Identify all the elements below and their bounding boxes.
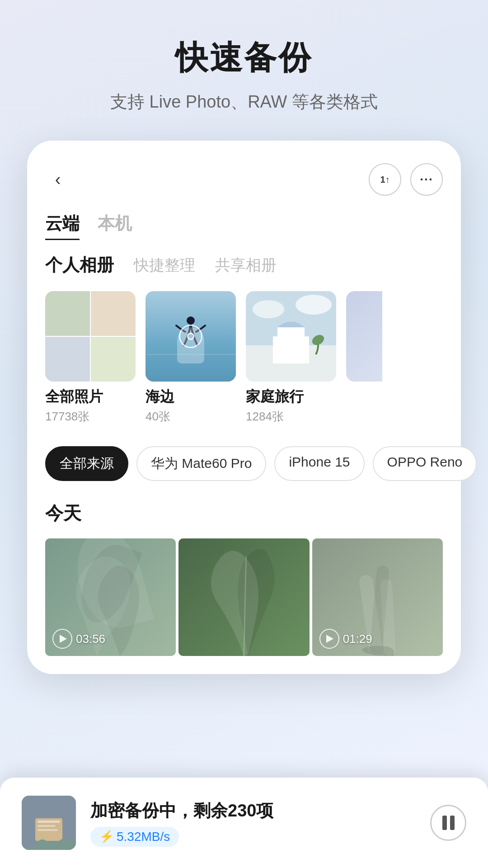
tab-shared-album[interactable]: 共享相册 (215, 255, 277, 276)
album-thumb-sea (145, 291, 236, 382)
tab-local[interactable]: 本机 (98, 212, 132, 240)
nav-right: 1↑ ··· (369, 163, 443, 196)
album-item-family-trip[interactable]: 家庭旅行 1284张 (246, 291, 336, 425)
nav-bar: ‹ 1↑ ··· (45, 163, 443, 196)
status-title: 加密备份中，剩余230项 (90, 799, 416, 822)
play-icon-3 (319, 629, 339, 649)
thumb-cell-1 (45, 291, 90, 336)
pause-button[interactable] (430, 805, 466, 841)
status-speed: 5.32MB/s (117, 830, 170, 844)
photo-item-2[interactable] (178, 538, 309, 656)
status-thumbnail (22, 796, 76, 850)
more-button[interactable]: ··· (410, 163, 443, 196)
sort-button[interactable]: 1↑ (369, 163, 401, 196)
album-name-family-trip: 家庭旅行 (246, 387, 336, 407)
source-pills: 全部来源 华为 Mate60 Pro iPhone 15 OPPO Reno (45, 446, 443, 481)
svg-point-5 (253, 300, 284, 318)
video-badge-1: 03:56 (52, 629, 105, 649)
page-subtitle: 支持 Live Photo、RAW 等各类格式 (27, 90, 461, 113)
thumb-cell-2 (91, 291, 136, 336)
live-photo-icon (179, 325, 202, 348)
video-badge-3: 01:29 (319, 629, 372, 649)
svg-rect-8 (277, 327, 305, 345)
svg-rect-18 (38, 829, 58, 831)
plant-svg-2 (178, 538, 309, 656)
svg-point-2 (187, 316, 195, 325)
sort-icon: 1↑ (380, 175, 389, 185)
greece-image-svg (246, 291, 336, 382)
svg-rect-17 (38, 825, 56, 827)
album-scroll: 全部照片 17738张 (45, 291, 443, 425)
photo-item-1[interactable]: 03:56 (45, 538, 176, 656)
today-section-title: 今天 (45, 501, 443, 526)
tab-personal-album[interactable]: 个人相册 (45, 254, 114, 277)
status-info: 加密备份中，剩余230项 ⚡ 5.32MB/s (90, 799, 416, 847)
photo-item-3[interactable]: 01:29 (312, 538, 443, 656)
album-thumb-other (346, 291, 382, 382)
pause-bar-right (450, 816, 455, 830)
pill-oppo[interactable]: OPPO Reno (373, 446, 477, 481)
pause-bar-left (442, 816, 447, 830)
tab-quick-organize[interactable]: 快捷整理 (134, 255, 195, 276)
more-icon: ··· (420, 172, 433, 187)
status-thumb-svg (22, 796, 76, 850)
tab-cloud[interactable]: 云端 (45, 212, 80, 240)
sub-tabs: 个人相册 快捷整理 共享相册 (45, 254, 443, 277)
album-name-all: 全部照片 (45, 387, 136, 407)
svg-rect-16 (38, 821, 60, 823)
video-time-3: 01:29 (343, 632, 372, 646)
video-time-1: 03:56 (76, 632, 105, 646)
status-speed-badge: ⚡ 5.32MB/s (90, 827, 179, 847)
sea-image-svg (145, 291, 236, 382)
svg-point-6 (296, 295, 332, 315)
album-item-all[interactable]: 全部照片 17738张 (45, 291, 136, 425)
thumb-cell-3 (45, 337, 90, 382)
page-title: 快速备份 (27, 36, 461, 80)
pill-huawei[interactable]: 华为 Mate60 Pro (136, 446, 266, 481)
photo-grid: 03:56 (45, 538, 443, 656)
pill-all-sources[interactable]: 全部来源 (45, 446, 128, 481)
album-count-family-trip: 1284张 (246, 409, 336, 425)
back-icon: ‹ (55, 170, 61, 189)
play-triangle-1 (60, 635, 67, 643)
album-count-all: 17738张 (45, 409, 136, 425)
album-item-sea[interactable]: 海边 40张 (145, 291, 236, 425)
phone-mockup: ‹ 1↑ ··· 云端 本机 个人相册 快捷整理 共享相册 (27, 141, 461, 674)
play-icon-1 (52, 629, 72, 649)
album-item-other[interactable] (346, 291, 382, 425)
svg-rect-0 (145, 291, 236, 382)
status-bar: 加密备份中，剩余230项 ⚡ 5.32MB/s (0, 778, 488, 868)
play-triangle-3 (326, 635, 333, 643)
album-name-sea: 海边 (145, 387, 236, 407)
pill-iphone15[interactable]: iPhone 15 (274, 446, 364, 481)
album-count-sea: 40张 (145, 409, 236, 425)
main-tabs: 云端 本机 (45, 212, 443, 240)
live-dot (187, 333, 194, 340)
thumb-cell-4 (91, 337, 136, 382)
album-thumb-all (45, 291, 136, 382)
pause-icon (442, 816, 455, 830)
album-thumb-family-trip (246, 291, 336, 382)
back-button[interactable]: ‹ (45, 167, 70, 192)
page-header: 快速备份 支持 Live Photo、RAW 等各类格式 (0, 0, 488, 132)
bolt-icon: ⚡ (99, 830, 114, 844)
